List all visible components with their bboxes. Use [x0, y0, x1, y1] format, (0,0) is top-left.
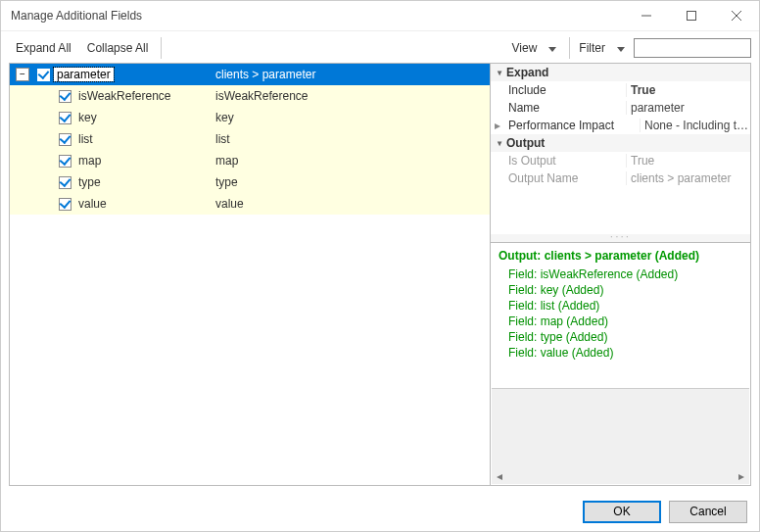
close-button[interactable]	[714, 1, 759, 30]
output-log-item: Field: key (Added)	[499, 282, 742, 298]
tree-row-path: map	[214, 154, 490, 168]
property-category-label: Output	[506, 136, 545, 150]
caret-down-icon	[617, 41, 625, 55]
splitter-handle[interactable]: ····	[490, 234, 751, 243]
property-row[interactable]: Name parameter	[491, 99, 750, 117]
tree-row[interactable]: −isWeakReference isWeakReference	[10, 85, 490, 107]
filter-input[interactable]	[634, 38, 751, 58]
output-log-empty-area	[492, 388, 749, 471]
property-value: clients > parameter	[626, 171, 750, 185]
output-log-item: Field: isWeakReference (Added)	[499, 266, 742, 282]
property-category-label: Expand	[506, 66, 548, 79]
tree-row-name: isWeakReference	[75, 89, 174, 103]
toolbar-separator	[569, 37, 570, 59]
tree-row-path: isWeakReference	[214, 89, 490, 103]
output-log-panel: Output: clients > parameter (Added) Fiel…	[490, 243, 751, 486]
window-title: Manage Additional Fields	[1, 9, 624, 23]
tree-row-checkbox[interactable]	[59, 155, 71, 168]
tree-row[interactable]: −value value	[10, 193, 490, 215]
output-log-heading: Output: clients > parameter (Added)	[499, 249, 742, 263]
filter-dropdown[interactable]	[610, 37, 632, 59]
maximize-button[interactable]	[669, 1, 714, 30]
tree-row-name: value	[75, 197, 110, 211]
view-label: View	[509, 41, 541, 55]
tree-row-path: type	[214, 175, 490, 189]
horizontal-scrollbar[interactable]: ◂ ▸	[492, 468, 749, 484]
property-name: Is Output	[491, 154, 626, 168]
tree-row-name: parameter	[54, 68, 114, 81]
svg-rect-1	[688, 12, 696, 21]
property-row[interactable]: Include True	[491, 81, 750, 99]
tree-row-checkbox[interactable]	[59, 112, 71, 124]
tree-row-checkbox[interactable]	[59, 176, 71, 189]
tree-row-path: value	[214, 197, 490, 211]
tree-row-name: list	[75, 132, 96, 146]
tree-row-checkbox[interactable]	[59, 90, 71, 103]
ok-button[interactable]: OK	[583, 501, 661, 523]
tree-row-checkbox[interactable]	[37, 69, 50, 81]
cancel-button[interactable]: Cancel	[669, 501, 747, 523]
property-category[interactable]: ▾ Expand	[491, 64, 750, 81]
property-grid[interactable]: ▾ Expand Include True Name parameter ▸ P…	[490, 63, 751, 234]
minimize-button[interactable]	[624, 1, 669, 30]
collapse-all-button[interactable]: Collapse All	[80, 37, 156, 59]
property-value[interactable]: None - Including this item will	[640, 119, 750, 132]
tree-row[interactable]: −map map	[10, 150, 490, 171]
tree-row-name: type	[75, 175, 104, 189]
tree-row[interactable]: −list list	[10, 128, 490, 150]
expand-all-button[interactable]: Expand All	[9, 37, 78, 59]
tree-row[interactable]: −type type	[10, 171, 490, 193]
scroll-left-icon[interactable]: ◂	[492, 468, 507, 484]
tree-row-path: key	[214, 111, 490, 124]
property-row[interactable]: ▸ Performance Impact None - Including th…	[491, 117, 750, 134]
view-dropdown[interactable]	[542, 37, 563, 59]
dialog-window: Manage Additional Fields Expand All Coll…	[0, 0, 760, 532]
tree-row-name: key	[75, 111, 100, 124]
toolbar-separator	[161, 37, 162, 59]
output-log-item: Field: value (Added)	[499, 345, 742, 361]
collapse-toggle[interactable]: −	[16, 68, 29, 81]
property-value[interactable]: parameter	[626, 101, 750, 115]
tree-row-name: map	[75, 154, 104, 168]
dialog-footer: OK Cancel	[1, 492, 759, 531]
property-name: Name	[491, 101, 626, 115]
tree-row-checkbox[interactable]	[59, 133, 71, 146]
output-log-item: Field: type (Added)	[499, 329, 742, 345]
property-name: Include	[491, 83, 626, 97]
chevron-down-icon: ▾	[493, 136, 506, 150]
tree-row-root[interactable]: − parameter clients > parameter	[10, 64, 490, 85]
property-row[interactable]: Is Output True	[491, 152, 750, 169]
tree-row-checkbox[interactable]	[59, 198, 71, 211]
chevron-down-icon: ▾	[493, 66, 506, 79]
property-name: Performance Impact	[504, 119, 640, 132]
tree-row-path: list	[214, 132, 490, 146]
scroll-right-icon[interactable]: ▸	[734, 468, 749, 484]
filter-label: Filter	[576, 41, 608, 55]
toolbar: Expand All Collapse All View Filter	[9, 35, 751, 61]
tree-row[interactable]: −key key	[10, 107, 490, 128]
right-panel: ▾ Expand Include True Name parameter ▸ P…	[490, 63, 751, 486]
output-log-item: Field: map (Added)	[499, 314, 742, 329]
fields-tree-panel: − parameter clients > parameter −isWeakR…	[9, 63, 490, 486]
property-category[interactable]: ▾ Output	[491, 134, 750, 152]
property-row[interactable]: Output Name clients > parameter	[491, 169, 750, 187]
chevron-right-icon: ▸	[491, 119, 504, 132]
property-value[interactable]: True	[626, 83, 750, 97]
property-value: True	[626, 154, 750, 168]
titlebar: Manage Additional Fields	[1, 1, 759, 31]
fields-tree[interactable]: − parameter clients > parameter −isWeakR…	[10, 64, 490, 485]
property-name: Output Name	[491, 171, 626, 185]
tree-row-path: clients > parameter	[214, 68, 490, 81]
caret-down-icon	[548, 41, 556, 55]
output-log-item: Field: list (Added)	[499, 298, 742, 314]
